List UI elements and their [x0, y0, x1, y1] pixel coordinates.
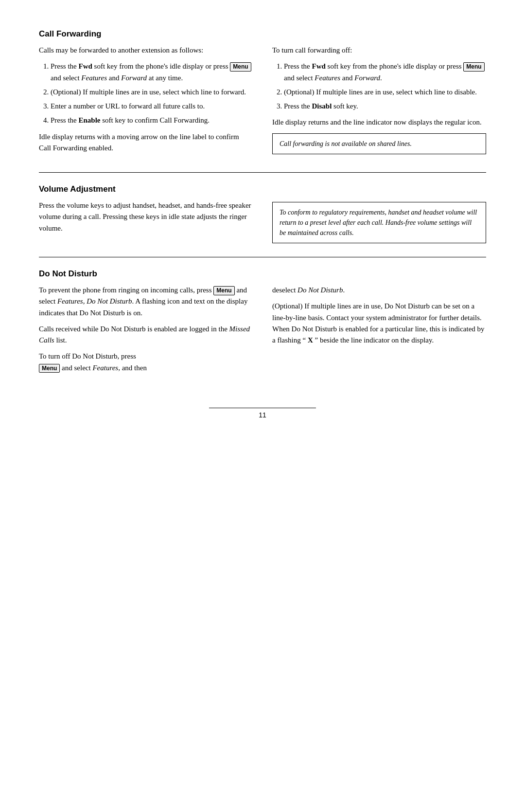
dnd-para2: Calls received while Do Not Disturb is e… [39, 324, 253, 346]
do-not-disturb-left: To prevent the phone from ringing on inc… [39, 285, 253, 379]
call-forwarding-left: Calls may be forwarded to another extens… [39, 45, 253, 159]
features-italic-1: Features [81, 74, 107, 82]
dnd-features-italic: Features, Do Not Disturb [57, 297, 132, 305]
menu-key-3: Menu [213, 286, 234, 295]
fwd-bold-2: Fwd [312, 62, 326, 70]
call-forwarding-outro-right: Idle display returns and the line indica… [272, 117, 486, 128]
call-forwarding-steps-right: Press the Fwd soft key from the phone's … [284, 61, 486, 112]
call-forwarding-note-text: Call forwarding is not available on shar… [280, 140, 412, 147]
divider-2 [39, 257, 486, 257]
features-italic-2: Features [315, 74, 340, 82]
list-item: Enter a number or URL to forward all fut… [51, 101, 253, 112]
call-forwarding-intro: Calls may be forwarded to another extens… [39, 45, 253, 56]
dnd-para1: To prevent the phone from ringing on inc… [39, 285, 253, 319]
volume-adjustment-text: Press the volume keys to adjust handset,… [39, 200, 253, 234]
do-not-disturb-title: Do Not Disturb [39, 269, 486, 279]
volume-adjustment-note-text: To conform to regulatory requirements, h… [280, 209, 477, 236]
dnd-italic: Do Not Disturb [298, 286, 343, 294]
list-item: Press the Disabl soft key. [284, 101, 486, 112]
call-forwarding-title: Call Forwarding [39, 29, 486, 39]
page-number: 11 [259, 411, 266, 419]
list-item: (Optional) If multiple lines are in use,… [51, 87, 253, 98]
call-forwarding-section: Call Forwarding Calls may be forwarded t… [39, 29, 486, 159]
list-item: (Optional) If multiple lines are in use,… [284, 87, 486, 98]
dnd-para3: To turn off Do Not Disturb, pressMenu an… [39, 351, 253, 374]
volume-adjustment-note: To conform to regulatory requirements, h… [272, 202, 486, 243]
call-forwarding-outro-left: Idle display returns with a moving arrow… [39, 131, 253, 154]
volume-adjustment-left: Press the volume keys to adjust handset,… [39, 200, 253, 243]
dnd-right-para2: (Optional) If multiple lines are in use,… [272, 301, 486, 346]
do-not-disturb-section: Do Not Disturb To prevent the phone from… [39, 269, 486, 379]
fwd-bold-1: Fwd [79, 62, 92, 70]
divider-1 [39, 172, 486, 173]
list-item: Press the Enable soft key to confirm Cal… [51, 115, 253, 126]
footer-divider [209, 408, 316, 408]
volume-adjustment-section: Volume Adjustment Press the volume keys … [39, 184, 486, 243]
volume-adjustment-right: To conform to regulatory requirements, h… [272, 200, 486, 243]
call-forwarding-steps-left: Press the Fwd soft key from the phone's … [51, 61, 253, 126]
volume-adjustment-title: Volume Adjustment [39, 184, 486, 194]
call-forwarding-note: Call forwarding is not available on shar… [272, 133, 486, 154]
forward-italic-2: Forward [354, 74, 380, 82]
menu-key-2: Menu [463, 62, 484, 72]
page-content: Call Forwarding Calls may be forwarded t… [39, 29, 486, 419]
x-bold: X [308, 336, 313, 344]
page-footer: 11 [39, 408, 486, 419]
do-not-disturb-columns: To prevent the phone from ringing on inc… [39, 285, 486, 379]
forward-italic-1: Forward [121, 74, 147, 82]
call-forwarding-right: To turn call forwarding off: Press the F… [272, 45, 486, 159]
menu-key-4: Menu [39, 364, 60, 373]
volume-adjustment-columns: Press the volume keys to adjust handset,… [39, 200, 486, 243]
disabl-bold: Disabl [312, 102, 332, 110]
menu-key-1: Menu [230, 62, 251, 72]
do-not-disturb-right: deselect Do Not Disturb. (Optional) If m… [272, 285, 486, 379]
list-item: Press the Fwd soft key from the phone's … [51, 61, 253, 84]
list-item: Press the Fwd soft key from the phone's … [284, 61, 486, 84]
dnd-right-para1: deselect Do Not Disturb. [272, 285, 486, 296]
call-forwarding-off-intro: To turn call forwarding off: [272, 45, 486, 56]
call-forwarding-columns: Calls may be forwarded to another extens… [39, 45, 486, 159]
dnd-features-italic-2: Features, [92, 364, 120, 372]
enable-bold: Enable [79, 116, 101, 124]
missed-calls-italic: Missed Calls [39, 325, 250, 344]
